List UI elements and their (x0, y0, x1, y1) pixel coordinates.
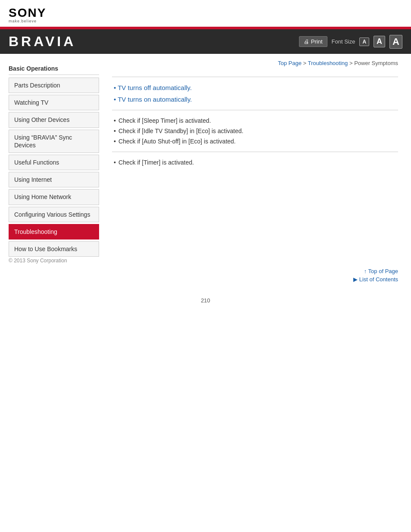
breadcrumb-troubleshooting[interactable]: Troubleshooting (308, 60, 348, 66)
content-section-2: Check if [Sleep Timer] is activated. Che… (112, 117, 398, 145)
print-icon: 🖨 (304, 38, 309, 45)
sidebar-item-home-network[interactable]: Using Home Network (9, 189, 99, 205)
bravia-bar: BRAVIA 🖨 Print Font Size A A A (0, 29, 411, 54)
top-of-page-link[interactable]: Top of Page (0, 268, 398, 274)
sony-logo: SONY make.believe (9, 7, 46, 23)
breadcrumb: Top Page > Troubleshooting > Power Sympt… (112, 54, 398, 70)
sidebar-item-troubleshooting[interactable]: Troubleshooting (9, 224, 99, 240)
divider-2 (112, 110, 398, 110)
bullet-idle-tv-standby: Check if [Idle TV Standby] in [Eco] is a… (112, 128, 398, 134)
print-label: Print (311, 38, 323, 45)
sidebar-section-header: Basic Operations (9, 61, 99, 75)
sony-brand: SONY (9, 7, 46, 19)
divider-3 (112, 152, 398, 152)
print-button[interactable]: 🖨 Print (299, 36, 327, 47)
sidebar-item-useful-functions[interactable]: Useful Functions (9, 155, 99, 170)
content-section-1: TV turns off automatically. TV turns on … (112, 84, 398, 103)
breadcrumb-current: Power Symptoms (354, 60, 398, 66)
top-header: SONY make.believe (0, 0, 411, 27)
copyright: © 2013 Sony Corporation (0, 258, 411, 264)
bullet-timer: Check if [Timer] is activated. (112, 159, 398, 166)
content-area: Top Page > Troubleshooting > Power Sympt… (103, 54, 411, 265)
font-small-button[interactable]: A (359, 37, 369, 46)
font-size-label: Font Size (332, 38, 355, 45)
footer-links: Top of Page List of Contents (0, 264, 411, 284)
sidebar-item-configuring[interactable]: Configuring Various Settings (9, 207, 99, 222)
breadcrumb-separator2: > (349, 60, 354, 66)
bullet-sleep-timer: Check if [Sleep Timer] is activated. (112, 117, 398, 124)
sony-tagline: make.believe (9, 19, 37, 23)
sidebar-item-using-other-devices[interactable]: Using Other Devices (9, 112, 99, 128)
sidebar-item-bravia-sync[interactable]: Using “BRAVIA” Sync Devices (9, 130, 99, 153)
page-number: 210 (0, 289, 411, 312)
sidebar-item-using-internet[interactable]: Using Internet (9, 172, 99, 187)
link-tv-turns-off[interactable]: TV turns off automatically. (112, 84, 398, 91)
sidebar-item-watching-tv[interactable]: Watching TV (9, 95, 99, 110)
toolbar-right: 🖨 Print Font Size A A A (299, 35, 402, 49)
breadcrumb-top-page[interactable]: Top Page (278, 60, 302, 66)
bravia-title: BRAVIA (9, 34, 76, 50)
sidebar-item-bookmarks[interactable]: How to Use Bookmarks (9, 241, 99, 257)
breadcrumb-separator1: > (303, 60, 308, 66)
bullet-auto-shutoff: Check if [Auto Shut-off] in [Eco] is act… (112, 138, 398, 145)
main-layout: Basic Operations Parts Description Watch… (0, 54, 411, 265)
link-tv-turns-on[interactable]: TV turns on automatically. (112, 96, 398, 103)
divider-1 (112, 77, 398, 77)
list-of-contents-link[interactable]: List of Contents (0, 276, 398, 283)
sidebar-item-parts-description[interactable]: Parts Description (9, 78, 99, 93)
content-section-3: Check if [Timer] is activated. (112, 159, 398, 166)
font-large-button[interactable]: A (389, 35, 402, 49)
font-medium-button[interactable]: A (374, 36, 385, 47)
sidebar: Basic Operations Parts Description Watch… (0, 54, 103, 265)
